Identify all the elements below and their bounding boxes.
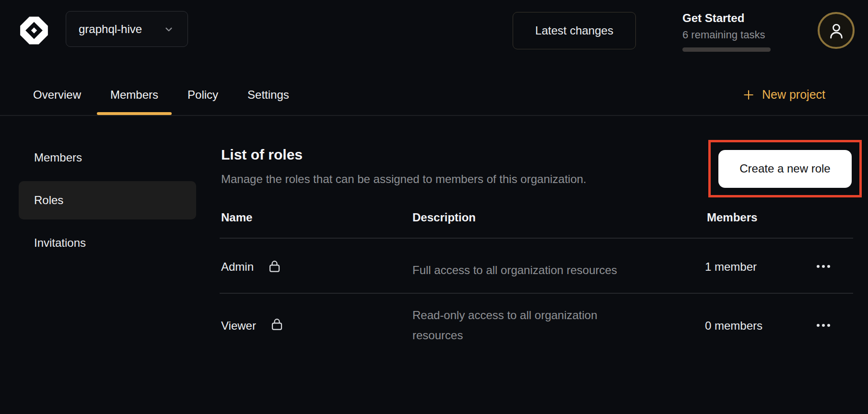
hive-logo-icon bbox=[18, 14, 50, 46]
role-description: Full access to all organization resource… bbox=[412, 260, 647, 280]
app-window: graphql-hive Latest changes Get Started … bbox=[0, 0, 868, 414]
latest-changes-button[interactable]: Latest changes bbox=[513, 12, 636, 49]
role-member-count: 1 member bbox=[705, 260, 757, 274]
new-project-label: New project bbox=[762, 88, 825, 102]
column-header-description: Description bbox=[412, 211, 476, 224]
tab-settings[interactable]: Settings bbox=[234, 74, 303, 115]
ellipsis-dot bbox=[822, 324, 825, 327]
table-header-divider bbox=[220, 238, 853, 239]
org-switcher-dropdown[interactable]: graphql-hive bbox=[66, 11, 188, 47]
tab-members[interactable]: Members bbox=[97, 74, 172, 115]
sidebar-item-invitations[interactable]: Invitations bbox=[19, 224, 196, 262]
lock-icon bbox=[268, 259, 281, 273]
tab-policy-label: Policy bbox=[188, 88, 218, 102]
tab-overview-label: Overview bbox=[33, 88, 81, 102]
org-name: graphql-hive bbox=[79, 23, 142, 36]
ellipsis-dot bbox=[822, 265, 825, 268]
sidebar-item-members[interactable]: Members bbox=[19, 138, 196, 177]
lock-icon bbox=[270, 317, 283, 331]
new-project-link[interactable]: New project bbox=[742, 74, 825, 115]
user-avatar[interactable] bbox=[818, 12, 855, 49]
get-started-title: Get Started bbox=[682, 12, 771, 25]
create-new-role-button[interactable]: Create a new role bbox=[718, 150, 852, 188]
ellipsis-dot bbox=[827, 265, 830, 268]
sidebar-item-roles[interactable]: Roles bbox=[19, 181, 196, 219]
page-subtitle: Manage the roles that can be assigned to… bbox=[221, 172, 586, 186]
tabbar-divider bbox=[0, 115, 868, 116]
table-row-divider bbox=[220, 293, 853, 294]
ellipsis-dot bbox=[817, 265, 820, 268]
user-icon bbox=[827, 21, 846, 40]
row-actions-menu-button[interactable] bbox=[817, 262, 830, 271]
column-header-members: Members bbox=[707, 211, 757, 224]
get-started-progress-bar bbox=[682, 47, 771, 52]
column-header-name: Name bbox=[221, 211, 252, 224]
plus-icon bbox=[742, 89, 755, 101]
row-actions-menu-button[interactable] bbox=[817, 321, 830, 330]
tab-members-label: Members bbox=[110, 88, 158, 102]
role-name: Admin bbox=[221, 260, 254, 274]
page-title: List of roles bbox=[221, 147, 303, 163]
annotation-highlight-box: Create a new role bbox=[708, 140, 862, 197]
tab-policy[interactable]: Policy bbox=[174, 74, 232, 115]
get-started-widget[interactable]: Get Started 6 remaining tasks bbox=[682, 12, 771, 52]
tab-overview[interactable]: Overview bbox=[20, 74, 94, 115]
role-member-count: 0 members bbox=[705, 319, 762, 333]
role-description: Read-only access to all organization res… bbox=[412, 305, 647, 345]
ellipsis-dot bbox=[817, 324, 820, 327]
chevron-down-icon bbox=[163, 23, 175, 35]
get-started-remaining-tasks: 6 remaining tasks bbox=[682, 29, 771, 41]
members-subnav: Members Roles Invitations bbox=[19, 138, 196, 262]
tab-settings-label: Settings bbox=[247, 88, 289, 102]
ellipsis-dot bbox=[827, 324, 830, 327]
org-tabs: Overview Members Policy Settings bbox=[20, 74, 303, 115]
role-name: Viewer bbox=[221, 319, 256, 333]
